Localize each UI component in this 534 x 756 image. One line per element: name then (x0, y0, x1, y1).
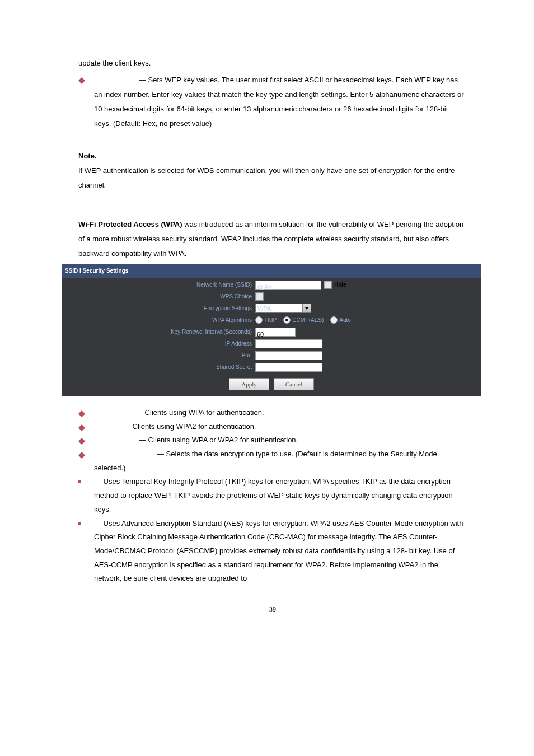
port-label: Port (62, 350, 255, 361)
aes-desc: — Uses Advanced Encryption Standard (AES… (94, 517, 467, 586)
tkip-label: TKIP (264, 315, 277, 326)
ip-address-label: IP Address (62, 338, 255, 349)
note-label: Note (78, 152, 95, 160)
panel-title: SSID I Security Settings (62, 264, 481, 278)
security-settings-panel: SSID I Security Settings Network Name (S… (62, 264, 481, 396)
encryption-type-bullet: — Selects the data encryption type to us… (94, 447, 467, 475)
bullet-icon (78, 449, 85, 455)
encryption-label: Encryption Settings (62, 303, 255, 314)
subbullet-icon (78, 480, 81, 483)
wpa-wpa2-bullet: — Clients using WPA or WPA2 for authenti… (94, 433, 298, 447)
note-text: If WEP authentication is selected for WD… (78, 164, 467, 193)
tkip-desc: — Uses Temporal Key Integrity Protocol (… (94, 475, 467, 516)
wpa-bullet: — Clients using WPA for authentication. (94, 406, 264, 420)
dropdown-arrow-icon (302, 304, 311, 312)
bullet-icon (78, 407, 85, 414)
ccmp-label: CCMP(AES) (292, 315, 324, 326)
wpa2-bullet: — Clients using WPA2 for authentication. (94, 420, 256, 434)
network-name-input[interactable]: ALFA (255, 281, 321, 290)
cancel-button[interactable]: Cancel (274, 378, 314, 390)
hide-checkbox[interactable] (324, 281, 332, 289)
ccmp-radio[interactable] (283, 316, 291, 324)
bullet-icon (78, 74, 85, 81)
wpa-heading: Wi-Fi Protected Access (WPA) (78, 220, 182, 228)
hide-label: Hide (334, 279, 346, 291)
wep-keys-text: — Sets WEP key values. The user must fir… (94, 76, 463, 128)
port-input[interactable] (255, 351, 322, 360)
key-renewal-input[interactable]: 60 (255, 328, 296, 337)
apply-button[interactable]: Apply (229, 378, 269, 390)
wpa-algorithms-label: WPA Algorithms (62, 315, 255, 326)
wps-choice-label: WPS Choice (62, 291, 255, 302)
tkip-radio[interactable] (255, 316, 263, 324)
shared-secret-input[interactable] (255, 363, 322, 372)
auto-label: Auto (339, 315, 351, 326)
intro-text: update the client keys. (78, 56, 467, 71)
bullet-icon (78, 435, 85, 441)
encryption-select[interactable]: WPA (255, 304, 311, 313)
bullet-icon (78, 421, 85, 428)
note-period: . (95, 152, 97, 160)
wps-choice-checkbox[interactable] (255, 292, 264, 301)
page-number: 39 (78, 586, 467, 616)
shared-secret-label: Shared Secret (62, 362, 255, 373)
key-renewal-label: Key Renewal Interval(Secconds) (62, 326, 255, 338)
subbullet-icon (78, 522, 81, 525)
auto-radio[interactable] (330, 316, 338, 324)
ip-address-input[interactable] (255, 339, 322, 348)
encryption-select-value: WPA (257, 302, 271, 315)
network-name-label: Network Name (SSID) (62, 279, 255, 291)
